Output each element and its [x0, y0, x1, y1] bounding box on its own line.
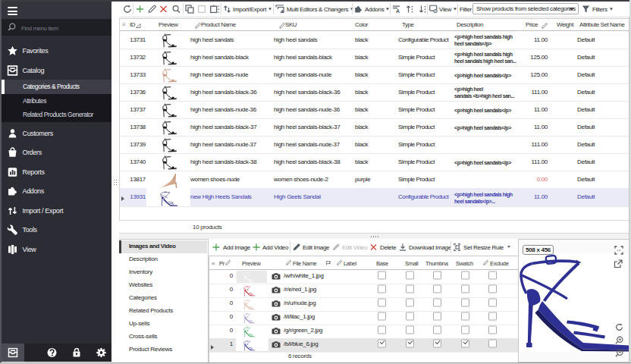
svg-text:A: A: [396, 8, 400, 14]
